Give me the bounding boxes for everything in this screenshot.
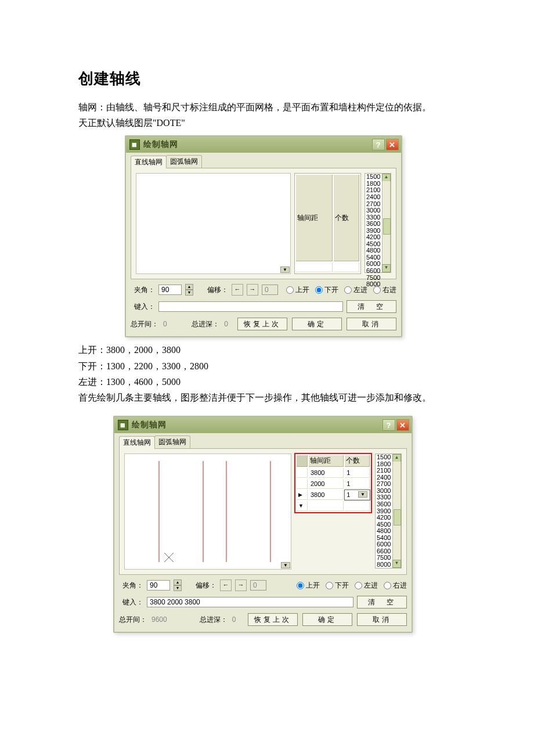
preview-canvas: ▼ bbox=[136, 173, 291, 274]
app-icon: ▦ bbox=[129, 139, 140, 150]
scroll-up-icon[interactable]: ▲ bbox=[382, 174, 391, 182]
radio-left[interactable]: 左进 bbox=[344, 285, 367, 295]
preset-list[interactable]: ▲ ▼ 1500 1800 2100 2400 2700 3000 3300 3… bbox=[365, 173, 391, 273]
page-title: 创建轴线 bbox=[78, 69, 459, 89]
list-item[interactable]: 1500 bbox=[377, 454, 393, 461]
tab-arc[interactable]: 圆弧轴网 bbox=[166, 155, 202, 168]
tab-linear[interactable]: 直线轴网 bbox=[131, 156, 167, 168]
ok-button[interactable]: 确定 bbox=[292, 318, 342, 330]
table-cell[interactable]: 3800 bbox=[309, 468, 344, 478]
axis-dialog-2: ▦ 绘制轴网 ? ✕ 直线轴网 圆弧轴网 bbox=[113, 416, 413, 633]
scroll-up-icon[interactable]: ▲ bbox=[392, 454, 401, 462]
dialog-title: 绘制轴网 bbox=[143, 139, 178, 150]
radio-down[interactable]: 下开 bbox=[326, 581, 349, 591]
total-open-value: 0 bbox=[163, 320, 167, 328]
help-button[interactable]: ? bbox=[372, 139, 385, 150]
intro-2: 天正默认轴线图层"DOTE" bbox=[78, 115, 459, 131]
keyin-input[interactable] bbox=[158, 301, 343, 312]
offset-right-icon[interactable]: → bbox=[235, 579, 247, 591]
radio-down[interactable]: 下开 bbox=[315, 285, 338, 295]
tab-linear[interactable]: 直线轴网 bbox=[119, 436, 155, 449]
cancel-button[interactable]: 取消 bbox=[357, 613, 407, 626]
radio-right[interactable]: 右进 bbox=[384, 581, 407, 591]
angle-label: 夹角： bbox=[119, 581, 143, 591]
table-cell[interactable]: 2000 bbox=[309, 479, 344, 489]
list-item[interactable]: 2400 bbox=[366, 194, 383, 201]
scrollbar-thumb[interactable] bbox=[394, 509, 401, 525]
angle-stepper[interactable]: ▲▼ bbox=[174, 579, 182, 591]
spacing-table[interactable]: 轴间距个数 bbox=[294, 173, 361, 274]
col-count: 个数 bbox=[345, 455, 370, 467]
offset-input[interactable] bbox=[250, 580, 266, 591]
list-item[interactable]: 4800 bbox=[377, 528, 393, 535]
total-open-label: 总开间： bbox=[131, 319, 158, 329]
radio-left[interactable]: 左进 bbox=[355, 581, 378, 591]
ok-button[interactable]: 确定 bbox=[302, 613, 352, 626]
total-depth-label: 总进深： bbox=[192, 319, 219, 329]
offset-input[interactable] bbox=[262, 285, 278, 295]
list-item[interactable]: 4200 bbox=[377, 514, 393, 521]
dialog-title: 绘制轴网 bbox=[132, 420, 167, 430]
restore-button[interactable]: 恢复上次 bbox=[237, 318, 287, 330]
angle-stepper[interactable]: ▲▼ bbox=[185, 284, 193, 296]
mid-1: 上开：3800，2000，3800 bbox=[78, 342, 459, 358]
direction-radios: 上开 下开 左进 右进 bbox=[297, 581, 407, 591]
list-item[interactable]: 8000 bbox=[377, 561, 393, 568]
clear-button[interactable]: 清 空 bbox=[357, 596, 407, 609]
close-button[interactable]: ✕ bbox=[396, 419, 409, 431]
angle-label: 夹角： bbox=[131, 285, 155, 295]
table-cell[interactable]: 3800 bbox=[309, 490, 344, 500]
scrollbar-thumb[interactable] bbox=[383, 218, 391, 235]
keyin-label: 键入： bbox=[119, 597, 143, 607]
keyin-label: 键入： bbox=[131, 302, 155, 312]
offset-label: 偏移： bbox=[196, 581, 217, 591]
radio-up[interactable]: 上开 bbox=[297, 581, 320, 591]
list-item[interactable]: 3600 bbox=[377, 501, 393, 508]
offset-left-icon[interactable]: ← bbox=[232, 284, 243, 296]
offset-right-icon[interactable]: → bbox=[247, 284, 258, 296]
clear-button[interactable]: 清 空 bbox=[347, 300, 396, 313]
offset-left-icon[interactable]: ← bbox=[220, 579, 232, 591]
help-button[interactable]: ? bbox=[383, 419, 395, 431]
scroll-down-icon[interactable]: ▼ bbox=[382, 264, 391, 272]
dropdown-icon[interactable]: ▼ bbox=[280, 267, 290, 273]
table-cell[interactable]: 1 bbox=[345, 479, 370, 489]
intro-1: 轴网：由轴线、轴号和尺寸标注组成的平面网格，是平面布置和墙柱构件定位的依据。 bbox=[78, 99, 459, 115]
col-spacing: 轴间距 bbox=[296, 175, 333, 261]
offset-label: 偏移： bbox=[207, 285, 228, 295]
scroll-down-icon[interactable]: ▼ bbox=[392, 560, 401, 568]
keyin-input[interactable] bbox=[147, 597, 353, 607]
preset-list[interactable]: ▲ ▼ 1500 1800 2100 2400 2700 3000 3300 3… bbox=[375, 453, 402, 568]
chevron-down-icon[interactable]: ▼ bbox=[358, 491, 367, 498]
total-open-label: 总开间： bbox=[119, 615, 147, 625]
total-open-value: 9600 bbox=[151, 615, 167, 624]
mid-3: 左进：1300，4600，5000 bbox=[78, 374, 459, 390]
col-spacing: 轴间距 bbox=[309, 455, 344, 467]
table-cell[interactable]: 1 bbox=[345, 468, 370, 478]
restore-button[interactable]: 恢复上次 bbox=[248, 613, 298, 626]
list-item[interactable]: 8000 bbox=[366, 281, 383, 288]
col-count: 个数 bbox=[334, 175, 359, 261]
dropdown-icon[interactable]: ▼ bbox=[281, 562, 290, 568]
mid-2: 下开：1300，2200，3300，2800 bbox=[78, 358, 459, 374]
total-depth-value: 0 bbox=[232, 615, 236, 624]
mid-4: 首先绘制几条主要轴线，图形整洁并便于下一步操作，其他轴线可进一步添加和修改。 bbox=[78, 390, 459, 405]
preview-canvas: ▼ bbox=[124, 453, 291, 570]
axis-dialog-1: ▦ 绘制轴网 ? ✕ 直线轴网 圆弧轴网 ▼ 轴间距个数 ▲ bbox=[125, 135, 402, 337]
total-depth-label: 总进深： bbox=[200, 615, 228, 625]
tab-arc[interactable]: 圆弧轴网 bbox=[154, 435, 190, 448]
app-icon: ▦ bbox=[118, 420, 128, 430]
close-button[interactable]: ✕ bbox=[386, 139, 399, 150]
list-item[interactable]: 6600 bbox=[366, 268, 383, 275]
cancel-button[interactable]: 取消 bbox=[347, 318, 396, 330]
angle-input[interactable] bbox=[147, 580, 170, 591]
angle-input[interactable] bbox=[158, 285, 182, 295]
total-depth-value: 0 bbox=[224, 320, 228, 328]
radio-up[interactable]: 上开 bbox=[286, 285, 309, 295]
list-item[interactable]: 3000 bbox=[366, 207, 383, 214]
table-cell[interactable]: 1 ▼ bbox=[345, 490, 370, 500]
spacing-table[interactable]: 轴间距个数 38001 20001 ▶38001 ▼ ▼ bbox=[295, 453, 371, 513]
